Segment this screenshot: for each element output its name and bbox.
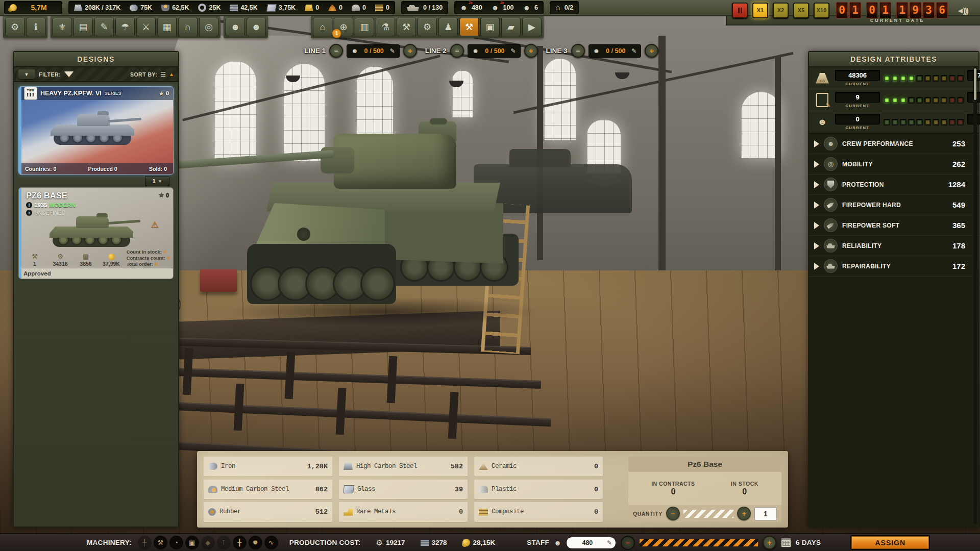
line-2-group: LINE 2 − ☻ 0 / 500 ✎ + (425, 44, 538, 58)
contracts-label: Contracts count: (127, 255, 165, 261)
workers-button[interactable]: ☻ (226, 18, 245, 36)
expand-arrow[interactable] (814, 263, 819, 270)
composite-icon (479, 509, 488, 516)
sort-label: SORT BY: (130, 71, 157, 78)
assign-button[interactable]: ASSIGN (850, 535, 930, 550)
prototypes-button[interactable]: ♟ (438, 18, 458, 36)
line-3-plus-button[interactable]: + (645, 44, 658, 58)
series-count-dropdown[interactable]: 1 ▼ (145, 176, 169, 186)
staff-input[interactable] (570, 539, 605, 547)
date-digit: 9 (910, 2, 921, 18)
production-button[interactable]: ⚒ (459, 18, 479, 36)
vault-button[interactable]: ◎ (199, 18, 218, 36)
line-3-minus-button[interactable]: − (571, 44, 585, 58)
components-button[interactable]: ▣ (480, 18, 500, 36)
series-tank-thumbnail (51, 112, 137, 145)
sound-toggle-icon[interactable]: ◄))) (957, 6, 968, 15)
filter-funnel-icon[interactable] (64, 71, 74, 77)
medal-icon: ★ (158, 90, 164, 97)
design-role: UNDEFINED (34, 210, 65, 216)
expand-arrow[interactable] (814, 202, 819, 209)
material-value: 0 (594, 486, 598, 493)
collapse-dropdown-button[interactable]: ▼ (18, 69, 35, 80)
intelligence-button[interactable]: ☂ (115, 18, 135, 36)
info-button[interactable]: ℹ (26, 18, 45, 36)
maintenance-button[interactable]: ⚙ (418, 18, 437, 36)
newspaper-button[interactable]: ▤ (74, 18, 93, 36)
quantity-value[interactable]: 1 (754, 507, 777, 520)
line-3-edit-icon[interactable]: ✎ (631, 47, 636, 55)
bolt-machine-icon: ⊺ (217, 536, 231, 549)
vault-icon: ◎ (205, 21, 213, 33)
world-market-button[interactable]: ⊕1 (334, 18, 353, 36)
workshop-button[interactable]: ⚒ (397, 18, 416, 36)
stock-value: 0 (164, 249, 166, 255)
complexity-current: 9 (835, 92, 880, 103)
military-button[interactable]: ⚔ (136, 18, 156, 36)
speed-x5-button[interactable]: X5 (793, 3, 809, 18)
tier-badge: TIER III (24, 87, 37, 100)
worker-icon: ☻ (472, 47, 479, 55)
design-year-row: 1935 MODERN (26, 202, 76, 208)
expand-arrow[interactable] (814, 161, 819, 168)
resource-value: 42,5K (240, 4, 257, 11)
factory-button[interactable]: ⌂ (313, 18, 332, 36)
wheel-icon: ◎ (824, 157, 838, 171)
line-2-edit-icon[interactable]: ✎ (510, 47, 516, 55)
line-2-minus-button[interactable]: − (450, 44, 464, 58)
reports-button[interactable]: ✎ (94, 18, 114, 36)
attribute-label: RELIABILITY (842, 242, 948, 249)
expand-arrow[interactable] (814, 140, 819, 147)
pause-button[interactable] (732, 3, 748, 18)
staff-minus-button[interactable]: − (621, 536, 635, 550)
staff-plus-button[interactable]: + (763, 536, 776, 549)
speed-x2-button[interactable]: X2 (773, 3, 789, 18)
speed-x1-button[interactable]: X1 (752, 3, 768, 18)
city-button[interactable]: ▦ (157, 18, 177, 36)
material-name: Glass (357, 486, 451, 493)
line-1-minus-button[interactable]: − (329, 44, 343, 58)
crew-icon: ☻ (824, 137, 838, 151)
line-1-plus-button[interactable]: + (403, 44, 417, 58)
achievements-button[interactable]: ⚜ (53, 18, 72, 36)
tank-wrench-icon (824, 259, 838, 273)
expand-arrow[interactable] (814, 181, 819, 188)
tank-park-button[interactable]: ▰ (501, 18, 521, 36)
scrollbar-thumb[interactable] (974, 68, 976, 100)
sort-icon[interactable]: ☰ (160, 71, 166, 78)
staff-edit-icon[interactable]: ✎ (607, 539, 612, 546)
filter-sort-row: ▼ FILTER: SORT BY: ☰ ▲ (14, 67, 178, 82)
line-3-slot: ☻ 0 / 500 ✎ (589, 44, 642, 58)
blueprint-icon (813, 93, 831, 107)
engineers-button[interactable]: ☻ (247, 18, 266, 36)
research-button[interactable]: ⚗ (376, 18, 395, 36)
line-1-edit-icon[interactable]: ✎ (390, 47, 395, 55)
scrollbar-track (973, 67, 977, 524)
quantity-plus-button[interactable]: + (737, 507, 751, 520)
speed-x10-button[interactable]: X10 (814, 3, 829, 18)
science-dome-button[interactable]: ∩ (178, 18, 198, 36)
tiger-tank-model[interactable] (220, 107, 527, 327)
steel-cylinder-icon (130, 5, 138, 11)
expand-arrow[interactable] (814, 222, 819, 229)
staff-slider[interactable] (640, 539, 758, 546)
quantity-slider[interactable] (683, 510, 733, 518)
contracts-button[interactable]: ▥ (355, 18, 374, 36)
quantity-minus-button[interactable]: − (666, 507, 680, 520)
gear-icon: ⚙ (57, 253, 63, 260)
medal-count: 0 (166, 90, 169, 96)
design-card-pz6-base[interactable]: PZ6 BASE 1935 MODERN UNDEFINED ★ 0 (18, 187, 174, 279)
series-card-heavy-pzkpfw-vi[interactable]: TIER III HEAVY PZ.KPFW. VI SERIES ★ 0 Co… (18, 86, 174, 175)
settings-button[interactable]: ⚙ (5, 18, 24, 36)
design-name: PZ6 BASE (26, 191, 67, 201)
weight-current: 48306 (835, 70, 880, 81)
attribute-row-protection: PROTECTION 1284 (809, 174, 978, 195)
attribute-row-firepower-soft: FIREPOWER SOFT 365 (809, 215, 978, 236)
stock-summary: IN CONTRACTS 0 IN STOCK 0 (628, 472, 781, 505)
expand-arrow[interactable] (814, 242, 819, 249)
design-role-row: UNDEFINED (26, 210, 65, 216)
tank-export-button[interactable]: ▶ (522, 18, 542, 36)
steel-column (775, 56, 781, 281)
sort-direction-icon[interactable]: ▲ (169, 71, 174, 77)
line-2-plus-button[interactable]: + (524, 44, 538, 58)
